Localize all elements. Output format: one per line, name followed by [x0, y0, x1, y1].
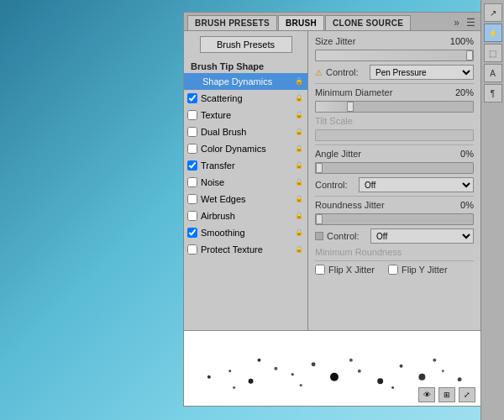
min-diameter-label: Minimum Diameter: [315, 87, 440, 97]
control-pen-pressure-row: ⚠ Control: Pen Pressure Off Fade Pen Til…: [315, 65, 474, 80]
svg-point-9: [400, 365, 403, 368]
roundness-jitter-slider-row: [315, 213, 474, 225]
left-column: Brush Presets Brush Tip Shape Shape Dyna…: [184, 31, 308, 330]
brush-presets-button[interactable]: Brush Presets: [200, 36, 292, 53]
divider-1: [315, 83, 474, 84]
brush-item-label: Color Dynamics: [201, 144, 291, 154]
brush-list-item[interactable]: Color Dynamics🔒: [184, 140, 307, 157]
brush-item-checkbox[interactable]: [187, 194, 197, 204]
roundness-jitter-label: Roundness Jitter: [315, 200, 440, 210]
brush-list-item[interactable]: Shape Dynamics🔒: [184, 73, 307, 90]
toolbar-usb-btn[interactable]: ⚡: [484, 24, 502, 42]
brush-list-item[interactable]: Texture🔒: [184, 107, 307, 123]
tab-brush[interactable]: BRUSH: [278, 15, 324, 30]
svg-point-8: [377, 378, 383, 384]
lock-icon: 🔒: [294, 144, 304, 154]
brush-list-item[interactable]: Noise🔒: [184, 174, 307, 191]
brush-list-item[interactable]: Airbrush🔒: [184, 207, 307, 224]
brush-item-checkbox[interactable]: [187, 160, 197, 171]
svg-point-2: [249, 379, 254, 384]
flip-x-checkbox[interactable]: [315, 265, 325, 275]
toolbar-text-btn[interactable]: A: [484, 64, 502, 82]
brush-list-item[interactable]: Dual Brush🔒: [184, 123, 307, 140]
control-off-label: Control:: [315, 180, 355, 190]
tilt-scale-row: Tilt Scale: [315, 116, 474, 126]
brush-panel: BRUSH PRESETS BRUSH CLONE SOURCE » ☰ Bru…: [183, 12, 481, 407]
preview-eye-btn[interactable]: 👁: [418, 387, 435, 402]
toolbar-link-btn[interactable]: ⬚: [484, 44, 502, 62]
roundness-jitter-slider[interactable]: [315, 213, 474, 225]
brush-item-checkbox[interactable]: [187, 110, 197, 120]
size-jitter-value: 100%: [444, 36, 474, 46]
brush-item-label: Scattering: [201, 93, 291, 103]
control-pen-pressure-select[interactable]: Pen Pressure Off Fade Pen Tilt: [370, 65, 474, 80]
flip-y-row: Flip Y Jitter: [388, 265, 448, 275]
brush-item-label: Noise: [201, 177, 291, 187]
brush-list: Shape Dynamics🔒Scattering🔒Texture🔒Dual B…: [184, 73, 307, 330]
brush-list-item[interactable]: Transfer🔒: [184, 157, 307, 174]
divider-3: [315, 196, 474, 197]
preview-icon-bar: 👁 ⊞ ⤢: [418, 387, 475, 402]
lock-icon: 🔒: [294, 194, 304, 204]
toolbar-para-btn[interactable]: ¶: [484, 84, 502, 102]
preview-expand-btn[interactable]: ⤢: [459, 387, 475, 402]
brush-item-checkbox[interactable]: [187, 127, 197, 137]
lock-icon: 🔒: [294, 127, 304, 137]
svg-point-11: [442, 370, 444, 372]
brush-item-checkbox[interactable]: [187, 244, 197, 255]
min-diameter-slider[interactable]: [315, 101, 474, 113]
control-off2-row: Control: Off Pen Pressure Fade: [315, 228, 474, 244]
toolbar-arrow-btn[interactable]: ↗: [484, 3, 502, 22]
brush-item-label: Smoothing: [201, 228, 291, 238]
svg-point-7: [358, 370, 361, 373]
control-label: Control:: [326, 67, 366, 77]
brush-item-checkbox[interactable]: [187, 144, 197, 154]
control-off2-select[interactable]: Off Pen Pressure Fade: [370, 228, 474, 244]
right-column: Size Jitter 100% ⚠ Control: Pen Pressure…: [308, 31, 480, 330]
flip-x-row: Flip X Jitter: [315, 265, 375, 275]
svg-point-3: [274, 367, 277, 370]
tab-clone-source[interactable]: CLONE SOURCE: [325, 15, 411, 30]
flip-y-checkbox[interactable]: [388, 265, 398, 275]
brush-list-item[interactable]: Wet Edges🔒: [184, 191, 307, 207]
brush-item-checkbox[interactable]: [187, 93, 197, 103]
size-jitter-label: Size Jitter: [315, 36, 440, 46]
lock-icon: 🔒: [294, 110, 304, 120]
lock-icon: 🔒: [294, 160, 304, 171]
size-jitter-row: Size Jitter 100%: [315, 36, 474, 46]
control-off-select[interactable]: Off Pen Pressure Fade: [359, 177, 474, 192]
lock-icon: 🔒: [294, 93, 304, 103]
brush-item-checkbox[interactable]: [187, 177, 197, 187]
right-toolbar: ↗ ⚡ ⬚ A ¶: [480, 0, 504, 420]
min-diameter-slider-row: [315, 101, 474, 113]
svg-point-18: [433, 359, 436, 362]
brush-list-item[interactable]: Protect Texture🔒: [184, 241, 307, 258]
flip-x-label: Flip X Jitter: [328, 265, 375, 275]
brush-item-checkbox[interactable]: [187, 211, 197, 221]
flip-y-label: Flip Y Jitter: [402, 265, 448, 275]
lock-icon: 🔒: [294, 244, 304, 255]
tab-bar: BRUSH PRESETS BRUSH CLONE SOURCE » ☰: [184, 13, 480, 31]
svg-point-14: [258, 359, 261, 362]
brush-item-label: Shape Dynamics: [202, 76, 291, 87]
control-off2-label: Control:: [327, 231, 367, 241]
size-jitter-slider[interactable]: [315, 50, 474, 61]
divider-4: [315, 260, 474, 261]
preview-grid-btn[interactable]: ⊞: [438, 387, 455, 402]
brush-tip-shape-label: Brush Tip Shape: [184, 58, 307, 73]
brush-item-label: Dual Brush: [201, 127, 291, 137]
tilt-scale-slider: [315, 129, 474, 141]
min-roundness-label: Minimum Roundness: [315, 247, 474, 257]
brush-list-item[interactable]: Smoothing🔒: [184, 224, 307, 241]
brush-item-label: Transfer: [201, 160, 291, 171]
min-diameter-row: Minimum Diameter 20%: [315, 87, 474, 97]
tab-expand-btn[interactable]: »: [452, 17, 461, 29]
brush-item-label: Protect Texture: [201, 244, 291, 255]
tab-menu-btn[interactable]: ☰: [465, 17, 477, 29]
angle-jitter-slider[interactable]: [315, 162, 474, 174]
brush-item-checkbox[interactable]: [187, 228, 197, 238]
roundness-jitter-value: 0%: [444, 200, 474, 210]
brush-item-label: Texture: [201, 110, 291, 120]
brush-list-item[interactable]: Scattering🔒: [184, 90, 307, 107]
tab-brush-presets[interactable]: BRUSH PRESETS: [187, 15, 277, 30]
